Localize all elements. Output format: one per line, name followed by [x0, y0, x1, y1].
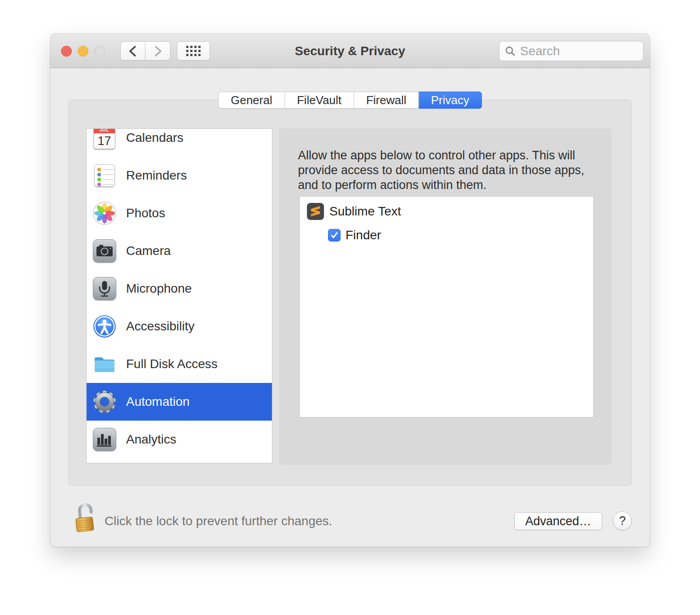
microphone-icon: [93, 277, 116, 300]
tab-firewall[interactable]: Firewall: [354, 92, 419, 109]
allowed-apps-list[interactable]: Sublime Text Finder: [299, 196, 594, 417]
tab-privacy[interactable]: Privacy: [419, 92, 482, 109]
security-privacy-window: Security & Privacy General FileVault Fir…: [50, 34, 650, 547]
app-name: Sublime Text: [329, 204, 401, 219]
description-line: and to perform actions within them.: [298, 178, 594, 193]
help-button[interactable]: ?: [613, 511, 632, 530]
question-mark: ?: [619, 514, 626, 528]
tab-label: Firewall: [366, 93, 407, 107]
tab-general[interactable]: General: [218, 92, 285, 109]
description-line: Allow the apps below to control other ap…: [298, 148, 594, 163]
sidebar-item-label: Analytics: [126, 432, 176, 447]
tab-label: General: [231, 93, 272, 107]
folder-icon: [93, 352, 116, 376]
photos-icon: [93, 202, 116, 225]
sidebar-item-automation[interactable]: Automation: [87, 383, 272, 421]
sublime-text-icon: [307, 203, 324, 220]
lock-hint-text: Click the lock to prevent further change…: [105, 514, 332, 528]
tab-filevault[interactable]: FileVault: [285, 92, 354, 109]
sidebar-item-accessibility[interactable]: Accessibility: [87, 308, 272, 345]
title-bar[interactable]: Security & Privacy: [50, 34, 650, 68]
lock-unlocked-icon[interactable]: [73, 501, 98, 535]
calendar-month: JUL: [94, 128, 115, 133]
camera-icon: [93, 239, 116, 263]
pane-description: Allow the apps below to control other ap…: [298, 148, 594, 193]
sidebar-item-photos[interactable]: Photos: [87, 194, 272, 232]
permission-name: Finder: [346, 228, 381, 242]
tab-label: FileVault: [297, 93, 341, 107]
search-field[interactable]: [499, 41, 643, 61]
sidebar-item-full-disk-access[interactable]: Full Disk Access: [87, 345, 272, 383]
desktop: Security & Privacy General FileVault Fir…: [0, 0, 700, 615]
sidebar-item-label: Full Disk Access: [126, 357, 218, 371]
sidebar-item-microphone[interactable]: Microphone: [87, 270, 272, 308]
search-input[interactable]: [520, 44, 638, 58]
sidebar-item-reminders[interactable]: Reminders: [87, 157, 272, 194]
sidebar-item-analytics[interactable]: Analytics: [87, 421, 272, 458]
automation-detail-pane: Allow the apps below to control other ap…: [279, 128, 612, 465]
checkmark-icon: [330, 231, 339, 240]
accessibility-icon: [93, 315, 116, 338]
sidebar-item-label: Accessibility: [126, 319, 194, 334]
sidebar-item-calendars[interactable]: JUL 17 Calendars: [87, 128, 272, 157]
sidebar-item-label: Camera: [126, 244, 171, 258]
calendar-icon: JUL 17: [93, 128, 116, 149]
tab-label: Privacy: [431, 93, 469, 107]
sidebar-item-camera[interactable]: Camera: [87, 232, 272, 270]
description-line: provide access to documents and data in …: [298, 163, 594, 178]
sidebar-item-label: Automation: [126, 395, 190, 409]
search-icon: [505, 46, 516, 57]
sidebar-item-label: Reminders: [126, 168, 187, 183]
sidebar-item-label: Microphone: [126, 281, 192, 296]
app-row-sublime-text: Sublime Text: [300, 197, 593, 220]
tab-bar: General FileVault Firewall Privacy: [218, 92, 482, 109]
sidebar-item-label: Calendars: [126, 131, 184, 145]
sidebar-item-label: Photos: [126, 206, 165, 220]
advanced-button[interactable]: Advanced…: [514, 512, 602, 530]
analytics-icon: [93, 428, 116, 451]
permission-row-finder: Finder: [300, 220, 593, 242]
finder-checkbox[interactable]: [328, 229, 341, 242]
gear-icon: [93, 390, 116, 413]
calendar-day: 17: [94, 133, 115, 149]
reminders-icon: [93, 164, 116, 187]
privacy-category-list[interactable]: JUL 17 Calendars Reminders: [86, 128, 272, 463]
